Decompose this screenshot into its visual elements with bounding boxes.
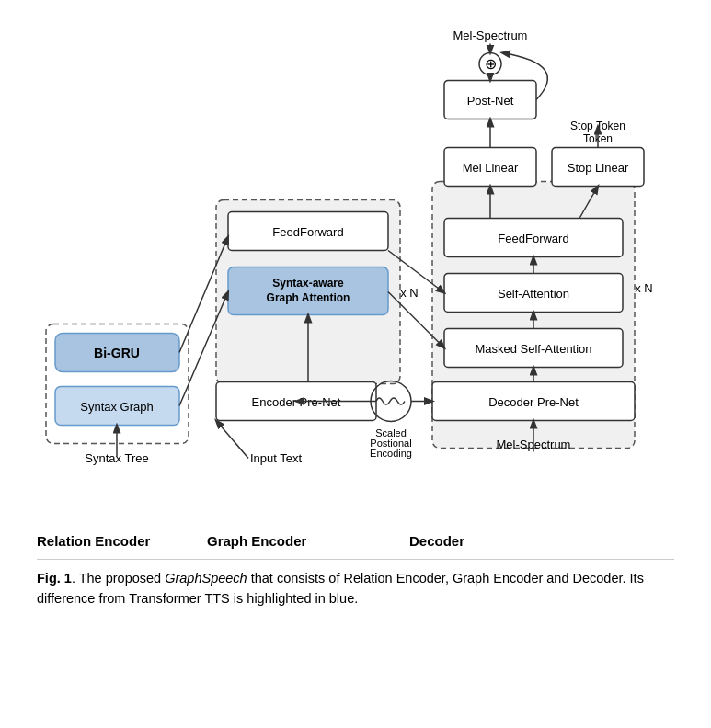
- decoder-prenet-label: Decoder Pre-Net: [488, 395, 579, 409]
- masked-self-attention-label: Masked Self-Attention: [475, 342, 591, 356]
- xn-enc-label: x N: [400, 286, 419, 300]
- caption-text-part1: . The proposed: [72, 571, 165, 586]
- svg-text:⊕: ⊕: [485, 56, 497, 72]
- decoder-section-label: Decoder: [409, 533, 674, 550]
- syntax-graph-label: Syntax Graph: [80, 400, 154, 414]
- feedforward-dec-label: FeedForward: [498, 232, 568, 245]
- mel-linear-label: Mel Linear: [463, 161, 519, 175]
- caption-italic: GraphSpeech: [165, 571, 247, 586]
- caption-text: Fig. 1. The proposed GraphSpeech that co…: [37, 569, 674, 609]
- xn-dec-label: x N: [635, 281, 653, 295]
- page: Masked Self-Attention Self-Attention Fee…: [0, 0, 711, 728]
- stop-linear-label: Stop Linear: [568, 161, 629, 175]
- syntax-aware-label1: Syntax-aware: [272, 277, 344, 290]
- self-attention-label: Self-Attention: [498, 287, 569, 301]
- feedforward-enc-label: FeedForward: [272, 225, 343, 239]
- architecture-diagram: Masked Self-Attention Self-Attention Fee…: [28, 18, 683, 533]
- relation-encoder-section-label: Relation Encoder: [37, 533, 207, 550]
- syntax-aware-label2: Graph Attention: [267, 291, 350, 304]
- post-net-label: Post-Net: [467, 94, 514, 108]
- mel-spectrum-top-label: Mel-Spectrum: [453, 28, 528, 42]
- bi-gru-label: Bi-GRU: [94, 346, 140, 360]
- fig-label: Fig. 1: [37, 571, 72, 586]
- diagram-area: Masked Self-Attention Self-Attention Fee…: [28, 18, 683, 533]
- input-text-label: Input Text: [250, 451, 303, 465]
- svg-line-37: [216, 421, 248, 459]
- scaled-pos-label3: Encoding: [370, 448, 412, 459]
- caption-section: Fig. 1. The proposed GraphSpeech that co…: [28, 569, 683, 609]
- graph-encoder-section-label: Graph Encoder: [207, 533, 409, 550]
